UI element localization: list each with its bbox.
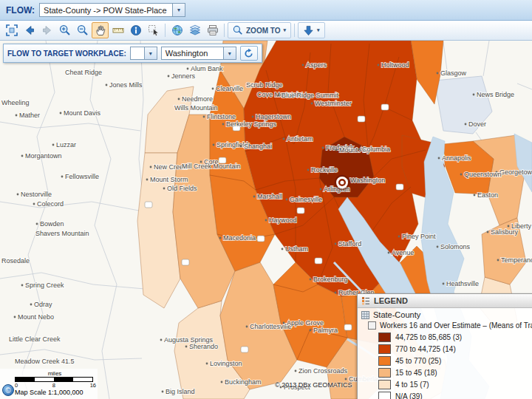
toolbar-separator (294, 24, 295, 37)
svg-text:Marshall: Marshall (257, 193, 282, 200)
legend-class-row: 4 to 15 (7) (358, 378, 532, 390)
svg-text:Lovingston: Lovingston (210, 360, 242, 367)
svg-text:Macedonia: Macedonia (223, 234, 256, 242)
layers-button[interactable] (186, 22, 203, 38)
globe-button[interactable] (168, 22, 185, 38)
legend-layer-name[interactable]: Workers 16 and Over Estimate – (Means of… (358, 321, 532, 331)
select-features-button[interactable] (145, 22, 162, 38)
svg-text:Alum Bank: Alum Bank (191, 65, 223, 72)
target-type-dropdown[interactable]: ▾ (130, 47, 157, 60)
svg-text:Fellowsville: Fellowsville (65, 173, 99, 180)
svg-text:Wheeling: Wheeling (1, 99, 30, 106)
svg-text:Dover: Dover (468, 120, 486, 128)
svg-text:Solomons: Solomons (440, 243, 471, 250)
toolbar-separator (224, 24, 225, 37)
download-flow-button[interactable]: ▾ (298, 22, 325, 38)
svg-text:Shavers Mountain: Shavers Mountain (35, 230, 89, 237)
zoom-to-label: ZOOM TO (246, 27, 280, 35)
svg-text:Easton: Easton (477, 191, 498, 199)
forward-arrow-icon (41, 24, 53, 36)
legend-panel[interactable]: LEGEND State-County Workers 16 and Over … (357, 293, 532, 399)
flow-to-target-workplace-bar: FLOW TO TARGET WORKPLACE: ▾ Washington ▾ (3, 44, 262, 63)
svg-text:Sherando: Sherando (189, 343, 218, 350)
flow-label: FLOW: (6, 5, 35, 16)
svg-text:Ustham: Ustham (285, 245, 308, 253)
scale-tick: 0 (15, 382, 18, 389)
svg-text:Liberty: Liberty (511, 222, 532, 230)
legend-class-row: N/A (39) (358, 390, 532, 399)
svg-text:Jenners: Jenners (171, 72, 196, 80)
svg-text:Luzzar: Luzzar (56, 141, 76, 149)
ruler-icon (112, 24, 124, 36)
pan-button[interactable] (92, 22, 109, 38)
flow-type-value: State-County -> POW State-Place (40, 6, 172, 15)
attribution-globe-icon[interactable]: © (2, 384, 14, 396)
map-toolbar: ZOOM TO ▾ ▾ (0, 21, 532, 41)
svg-text:Temperanceville: Temperanceville (501, 256, 532, 264)
svg-text:Washington: Washington (350, 177, 385, 184)
svg-text:Piney Point: Piney Point (402, 233, 436, 240)
svg-text:Hagerstown: Hagerstown (256, 113, 291, 120)
svg-text:Jones Mills: Jones Mills (109, 81, 143, 89)
legend-class-label: 45 to 770 (25) (395, 357, 441, 365)
target-workplace-value: Washington (162, 49, 223, 58)
svg-text:Clearville: Clearville (216, 85, 243, 92)
svg-text:Big Island: Big Island (166, 388, 195, 395)
legend-class-row: 15 to 45 (18) (358, 366, 532, 378)
chevron-down-icon: ▾ (283, 27, 286, 33)
svg-text:Zion Crossroads: Zion Crossroads (299, 367, 348, 375)
select-cursor-icon (148, 24, 160, 36)
magnifier-icon (233, 25, 243, 35)
next-extent-button[interactable] (38, 22, 55, 38)
toolbar-separator (165, 24, 166, 37)
svg-text:Heathsville: Heathsville (446, 280, 479, 287)
svg-text:Old Fields: Old Fields (167, 185, 197, 192)
checkbox-icon[interactable] (368, 321, 376, 330)
svg-text:Mount Nebo: Mount Nebo (18, 313, 54, 321)
svg-text:Annapolis: Annapolis (442, 154, 471, 162)
target-workplace-dropdown[interactable]: Washington ▾ (161, 47, 236, 60)
pan-hand-icon (95, 24, 106, 36)
zoom-full-extent-button[interactable] (3, 22, 20, 38)
svg-text:Morgantown: Morgantown (25, 152, 62, 160)
svg-text:Mount Davis: Mount Davis (64, 109, 101, 117)
print-button[interactable] (204, 22, 221, 38)
svg-text:Westminster: Westminster (315, 100, 352, 107)
svg-text:Avenue: Avenue (392, 249, 414, 256)
legend-header[interactable]: LEGEND (358, 294, 532, 308)
svg-text:Haywood: Haywood (269, 216, 297, 224)
legend-layer-group[interactable]: State-County (358, 308, 532, 321)
zoom-to-button[interactable]: ZOOM TO ▾ (228, 22, 291, 38)
scale-ticks: 0816 (15, 382, 96, 389)
identify-button[interactable] (127, 22, 144, 38)
svg-text:Palmyra: Palmyra (313, 327, 338, 334)
svg-text:Glasgow: Glasgow (440, 69, 467, 77)
full-extent-icon (6, 24, 18, 36)
apply-flow-button[interactable] (240, 46, 258, 61)
printer-icon (207, 24, 219, 36)
svg-text:Rosedale: Rosedale (1, 257, 30, 265)
legend-layer-label: Workers 16 and Over Estimate – (Means of… (380, 321, 532, 330)
back-arrow-icon (24, 24, 35, 36)
svg-text:Bowden: Bowden (40, 220, 64, 228)
svg-text:Mount Storm: Mount Storm (150, 176, 188, 183)
flow-type-dropdown[interactable]: State-County -> POW State-Place ▾ (39, 3, 185, 17)
legend-group-label: State-County (373, 310, 420, 319)
svg-text:Blue Ridge Summit: Blue Ridge Summit (282, 92, 339, 99)
legend-swatch (378, 344, 391, 354)
zoom-out-button[interactable] (74, 22, 91, 38)
svg-text:Stafford: Stafford (338, 240, 361, 248)
previous-extent-button[interactable] (21, 22, 38, 38)
measure-button[interactable] (109, 22, 126, 38)
svg-text:Rockville: Rockville (311, 166, 338, 174)
info-icon (130, 24, 142, 36)
map-viewport[interactable]: Cheat RidgeJones MillsJennersAlum BankNe… (0, 41, 532, 399)
svg-text:Wills Mountain: Wills Mountain (174, 104, 218, 112)
svg-text:Brokenburg: Brokenburg (313, 276, 348, 283)
svg-text:Needmore: Needmore (182, 95, 213, 103)
svg-text:Antietam: Antietam (287, 135, 313, 143)
scale-units-label: miles (15, 370, 95, 377)
zoom-in-button[interactable] (56, 22, 73, 38)
svg-text:Little Clear Creek: Little Clear Creek (9, 335, 61, 343)
legend-class-label: N/A (39) (395, 392, 423, 399)
